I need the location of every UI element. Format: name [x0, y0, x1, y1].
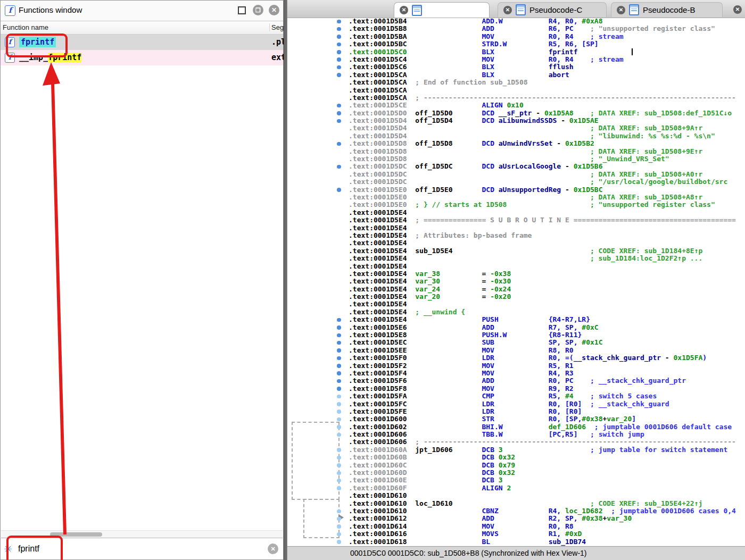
asm-line[interactable]: .text:0001D5E4 sub_1D5E4 ; CODE XREF: su… [287, 247, 745, 255]
disassembly-listing[interactable]: .text:0001D5B4 ADD.W R4, R0, #0xA8.text:… [287, 18, 745, 546]
asm-line[interactable]: .text:0001D5E4 ; Attributes: bp-based fr… [287, 232, 745, 239]
asm-line[interactable]: .text:0001D5B8 ADD R6, PC ; "unsupported… [287, 25, 745, 32]
asm-line[interactable]: .text:0001D5DC ; DATA XREF: sub_1D508+A0… [287, 171, 745, 178]
code-dot-icon [337, 456, 341, 460]
disassembly-view[interactable]: .text:0001D5B4 ADD.W R4, R0, #0xA8.text:… [287, 18, 745, 546]
tab-ida-view[interactable]: ✕ [394, 2, 490, 18]
asm-line[interactable]: .text:0001D5DC off_1D5DC DCD aUsrLocalGo… [287, 163, 745, 170]
asm-line[interactable]: .text:0001D610 [287, 492, 745, 499]
asm-line[interactable]: .text:0001D5E4 ; =============== S U B R… [287, 216, 745, 224]
asm-line[interactable]: .text:0001D60B DCB 0x32 [287, 454, 745, 461]
asm-line[interactable]: .text:0001D5B4 ADD.W R4, R0, #0xA8 [287, 18, 745, 25]
asm-line[interactable]: .text:0001D5C4 MOV R0, R4 ; stream [287, 56, 745, 63]
asm-line[interactable]: .text:0001D5D4 ; "libunwind: %s %s:%d - … [287, 132, 745, 140]
asm-line[interactable]: .text:0001D5DC ; "/usr/local/google/buil… [287, 178, 745, 186]
status-bar: 0001D5C0 0001D5C0: sub_1D508+B8 (Synchro… [287, 546, 745, 560]
tab-pseudocode-c[interactable]: ✕ Pseudocode-C [498, 2, 607, 17]
functions-window-titlebar[interactable]: f Functions window ❐ ✕ [1, 1, 283, 21]
code-dot-icon [337, 540, 341, 544]
code-dot-icon [337, 318, 341, 322]
code-dot-icon [337, 463, 341, 467]
asm-line[interactable]: .text:0001D5E4 var_30 = -0x30 [287, 278, 745, 285]
asm-line[interactable]: .text:0001D5E4 PUSH {R4-R7,LR} [287, 316, 745, 323]
close-tab-icon[interactable]: ✕ [503, 6, 512, 14]
asm-line[interactable]: .text:0001D5E0 ; DATA XREF: sub_1D508+A8… [287, 194, 745, 201]
asm-line[interactable]: .text:0001D5FA CMP R5, #4 ; switch 5 cas… [287, 392, 745, 400]
asm-line[interactable]: .text:0001D5E4 [287, 224, 745, 232]
asm-line[interactable]: .text:0001D5E4 [287, 263, 745, 270]
asm-line[interactable]: .text:0001D5E4 var_20 = -0x20 [287, 293, 745, 300]
column-header-segment[interactable]: Seg [269, 23, 284, 31]
clear-filter-icon[interactable]: ✕ [268, 544, 278, 554]
close-tab-icon[interactable]: ✕ [733, 5, 742, 14]
asm-line[interactable]: .text:0001D606 ; -----------------------… [287, 438, 745, 446]
asm-line[interactable]: .text:0001D602 BHI.W def_1D606 ; jumptab… [287, 423, 745, 431]
asm-line[interactable]: .text:0001D5EC SUB SP, SP, #0x1C [287, 339, 745, 346]
asm-line[interactable]: .text:0001D5CA ; -----------------------… [287, 94, 745, 102]
asm-line[interactable]: .text:0001D5E0 ; } // starts at 1D508 ; … [287, 201, 745, 208]
asm-line[interactable]: .text:0001D5D4 ; DATA XREF: sub_1D508+9A… [287, 124, 745, 132]
asm-line[interactable]: .text:0001D5E4 ; sub_1D184:loc_1D2F2↑p .… [287, 255, 745, 262]
code-dot-icon [337, 425, 341, 429]
code-dot-icon [337, 517, 341, 521]
asm-line[interactable]: .text:0001D5F8 MOV R9, R2 [287, 385, 745, 392]
asm-line[interactable]: .text:0001D60C DCB 0x79 [287, 462, 745, 469]
asm-line[interactable]: .text:0001D616 MOVS R1, #0xD [287, 530, 745, 538]
asm-line[interactable]: .text:0001D618 BL sub_1DB74 [287, 538, 745, 546]
disassembly-view-icon [412, 5, 422, 16]
asm-line[interactable]: .text:0001D5CA ; End of function sub_1D5… [287, 79, 745, 86]
asm-line[interactable]: .text:0001D5D4 off_1D5D4 DCD aLibunwindS… [287, 117, 745, 124]
asm-line[interactable]: .text:0001D5E4 ; __unwind { [287, 308, 745, 316]
asm-line[interactable]: .text:0001D5F6 ADD R0, PC ; __stack_chk_… [287, 377, 745, 385]
asm-line[interactable]: .text:0001D5E4 var_24 = -0x24 [287, 286, 745, 293]
asm-line[interactable]: .text:0001D5D8 ; "_Unwind_VRS_Set" [287, 155, 745, 163]
asm-line[interactable]: .text:0001D5BA MOV R0, R4 ; stream [287, 33, 745, 40]
asm-line[interactable]: .text:0001D5E6 ADD R7, SP, #0xC [287, 324, 745, 331]
text-caret [632, 48, 633, 55]
asm-line[interactable]: .text:0001D5F0 LDR R0, =(__stack_chk_gua… [287, 354, 745, 362]
dock-window-button[interactable] [238, 6, 246, 14]
asm-line[interactable]: .text:0001D5C6 BLX fflush [287, 63, 745, 71]
code-dot-icon [337, 379, 341, 383]
asm-line[interactable]: .text:0001D5CA [287, 87, 745, 94]
close-window-button[interactable]: ✕ [269, 5, 279, 15]
asm-line[interactable]: .text:0001D5E8 PUSH.W {R8-R11} [287, 331, 745, 339]
tab-pseudocode-b[interactable]: ✕ Pseudocode-B [611, 2, 723, 17]
asm-line[interactable]: .text:0001D5D8 ; DATA XREF: sub_1D508+9E… [287, 148, 745, 155]
close-tab-icon[interactable]: ✕ [400, 6, 408, 14]
asm-line[interactable]: .text:0001D60D DCB 0x32 [287, 469, 745, 477]
asm-line[interactable]: .text:0001D5E4 [287, 300, 745, 308]
asm-line[interactable]: .text:0001D60E DCB 3 [287, 477, 745, 484]
asm-line[interactable]: .text:0001D5D0 off_1D5D0 DCD __sF_ptr - … [287, 110, 745, 117]
asm-line[interactable]: .text:0001D5CE ALIGN 0x10 [287, 102, 745, 109]
code-dot-icon [337, 486, 341, 490]
asm-line[interactable]: .text:0001D610 loc_1D610 ; CODE XREF: su… [287, 500, 745, 507]
asm-line[interactable]: .text:0001D5BC STRD.W R5, R6, [SP] [287, 40, 745, 48]
asm-line[interactable]: .text:0001D60F ALIGN 2 [287, 484, 745, 492]
code-dot-icon [337, 448, 341, 452]
close-tab-icon[interactable]: ✕ [617, 6, 625, 14]
asm-line[interactable]: .text:0001D5CA BLX abort [287, 71, 745, 79]
asm-line[interactable]: .text:0001D5EE MOV R8, R0 [287, 347, 745, 354]
asm-line[interactable]: .text:0001D5F4 MOV R4, R3 [287, 370, 745, 377]
asm-line[interactable]: .text:0001D5E4 [287, 239, 745, 247]
asm-line[interactable]: .text:0001D606 TBB.W [PC,R5] ; switch ju… [287, 431, 745, 438]
asm-line[interactable]: .text:0001D5FE LDR R0, [R0] [287, 408, 745, 415]
tab-partial[interactable]: ✕ [730, 2, 745, 17]
code-dot-icon [337, 348, 341, 353]
asm-line[interactable]: .text:0001D5E4 [287, 209, 745, 216]
asm-line[interactable]: .text:0001D5F2 MOV R5, R1 [287, 362, 745, 370]
asm-line[interactable]: .text:0001D5C0 BLX fprintf [287, 48, 745, 56]
asm-line[interactable]: .text:0001D5E4 var_38 = -0x38 [287, 270, 745, 278]
asm-line[interactable]: .text:0001D60A jpt_1D606 DCB 3 ; jump ta… [287, 446, 745, 454]
column-header-function-name[interactable]: Function name [3, 23, 48, 31]
asm-line[interactable]: .text:0001D600 STR R0, [SP,#0x38+var_20] [287, 415, 745, 423]
asm-line[interactable]: .text:0001D610 CBNZ R4, loc_1D682 ; jump… [287, 507, 745, 515]
panel-splitter[interactable] [284, 0, 287, 560]
restore-window-button[interactable]: ❐ [253, 5, 263, 15]
asm-line[interactable]: .text:0001D5E0 off_1D5E0 DCD aUnsupporte… [287, 186, 745, 194]
asm-line[interactable]: .text:0001D612 ADD R2, SP, #0x38+var_30 [287, 515, 745, 522]
asm-line[interactable]: .text:0001D614 MOV R0, R8 [287, 523, 745, 530]
asm-line[interactable]: .text:0001D5FC LDR R0, [R0] ; __stack_ch… [287, 400, 745, 408]
asm-line[interactable]: .text:0001D5D8 off_1D5D8 DCD aUnwindVrsS… [287, 140, 745, 147]
